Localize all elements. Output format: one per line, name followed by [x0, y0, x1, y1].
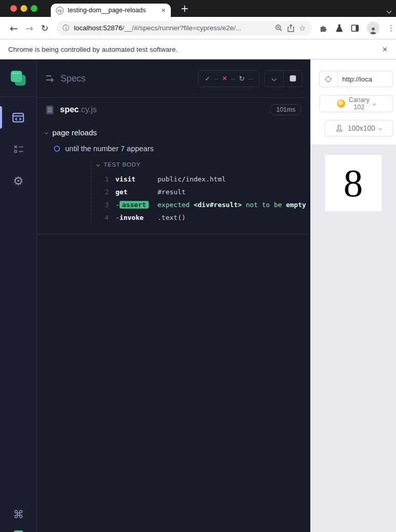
assert-message: expected <div#result> not to be empty — [157, 201, 306, 209]
browser-selector[interactable]: Canary102 — [320, 95, 393, 112]
cypress-logo-block[interactable] — [0, 59, 36, 97]
minimize-window-light[interactable] — [21, 5, 27, 12]
close-window-light[interactable] — [10, 5, 17, 12]
browser-name: Canary102 — [349, 96, 369, 111]
suite-title: page reloads — [52, 128, 97, 137]
automation-infobar: Chrome is being controlled by automated … — [0, 39, 396, 59]
command-row[interactable]: 2 get #result — [91, 186, 310, 198]
cypress-sidebar: ⚙ ⌘ — [0, 59, 37, 532]
failed-count: -- — [231, 75, 235, 83]
selector-playground-icon[interactable] — [320, 75, 337, 83]
log-divider — [37, 234, 310, 234]
url-host: localhost:52876 — [74, 24, 123, 32]
aut-panel: http://loca Canary102 100x100 — [310, 59, 396, 532]
browser-toolbar: ← → ↻ ⓘ localhost:52876/__/#/specs/runne… — [0, 17, 396, 39]
command-row-assert[interactable]: 3 -assert expected <div#result> not to b… — [91, 198, 310, 211]
forward-icon[interactable]: → — [22, 23, 37, 34]
sidebar-item-specs[interactable] — [0, 105, 37, 130]
failed-icon: ✕ — [222, 75, 227, 82]
address-bar[interactable]: ⓘ localhost:52876/__/#/specs/runner?file… — [56, 21, 312, 35]
test-body-section: TEST BODY 1 visit public/index.html 2 ge… — [91, 161, 310, 225]
aut-url-text: http://loca — [342, 75, 372, 83]
share-icon[interactable] — [287, 24, 294, 32]
sidebar-item-runs[interactable] — [0, 137, 37, 161]
assert-badge: assert — [120, 201, 149, 209]
active-indicator — [0, 106, 2, 129]
command-name: visit — [115, 175, 157, 183]
extensions-puzzle-icon[interactable] — [319, 24, 328, 32]
command-message: #result — [157, 188, 186, 196]
browser-tab[interactable]: cy testing-dom__page-reloads ✕ — [51, 4, 171, 17]
side-panel-icon[interactable] — [351, 24, 359, 32]
command-row[interactable]: 4 -invoke .text() — [91, 211, 310, 224]
cypress-logo — [11, 71, 26, 86]
run-controls — [264, 70, 302, 87]
viewport-dropdown-chevron-icon — [379, 126, 382, 130]
command-message: .text() — [157, 214, 186, 221]
command-name: -invoke — [115, 214, 157, 221]
extensions-area: ⋮ — [319, 22, 395, 34]
command-name: -assert — [115, 201, 157, 209]
aut-header: http://loca Canary102 100x100 — [310, 59, 396, 145]
command-message: public/index.html — [157, 175, 226, 183]
viewport-selector[interactable]: 100x100 — [325, 120, 393, 136]
command-icon: ⌘ — [13, 508, 24, 521]
aut-stage: 8 — [310, 145, 396, 532]
infobar-message: Chrome is being controlled by automated … — [8, 46, 382, 53]
cypress-app: ⚙ ⌘ Specs ✓ -- ✕ -- — [0, 59, 396, 532]
specs-list-toggle-icon[interactable] — [45, 74, 55, 83]
command-row[interactable]: 1 visit public/index.html — [91, 173, 310, 186]
passed-count: -- — [214, 75, 219, 83]
close-tab-icon[interactable]: ✕ — [161, 7, 166, 14]
infobar-close-icon[interactable]: ✕ — [382, 46, 388, 53]
code-window-icon — [12, 111, 25, 124]
test-running-icon — [54, 146, 60, 152]
reload-icon[interactable]: ↻ — [37, 23, 52, 33]
test-title: until the number 7 appears — [65, 145, 154, 153]
viewport-ruler-icon — [336, 125, 344, 132]
tab-search-chevron-icon[interactable] — [387, 6, 391, 15]
maximize-window-light[interactable] — [31, 5, 37, 12]
browser-window: cy testing-dom__page-reloads ✕ + ← → ↻ ⓘ… — [0, 0, 396, 532]
new-tab-button[interactable]: + — [181, 3, 189, 14]
section-label: TEST BODY — [104, 161, 141, 168]
stop-icon — [290, 75, 296, 81]
tab-strip: cy testing-dom__page-reloads ✕ + — [0, 0, 396, 17]
browser-dropdown-chevron-icon — [372, 101, 376, 105]
flask-extension-icon[interactable] — [335, 24, 343, 32]
bookmark-star-icon[interactable]: ☆ — [299, 24, 306, 33]
window-controls — [10, 5, 37, 12]
zoom-icon[interactable] — [275, 24, 283, 32]
pending-count: -- — [248, 75, 253, 83]
aut-iframe[interactable]: 8 — [325, 155, 382, 211]
sidebar-item-settings[interactable]: ⚙ — [0, 169, 37, 193]
keyboard-shortcuts-button[interactable]: ⌘ — [0, 508, 37, 521]
spec-file-icon — [46, 105, 54, 115]
cypress-favicon: cy — [56, 7, 64, 14]
site-info-icon[interactable]: ⓘ — [63, 24, 69, 33]
tab-title: testing-dom__page-reloads — [68, 7, 157, 14]
stop-button[interactable] — [283, 71, 302, 87]
test-row[interactable]: until the number 7 appears — [45, 145, 310, 153]
test-stats: ✓ -- ✕ -- ↻ -- — [198, 70, 260, 87]
pending-icon: ↻ — [239, 74, 245, 83]
back-icon[interactable]: ← — [6, 23, 22, 34]
aut-url-bar[interactable]: http://loca — [319, 71, 393, 87]
section-collapse-chevron-icon — [96, 162, 100, 166]
suite-row[interactable]: page reloads — [45, 128, 310, 137]
menu-dots-icon[interactable]: ⋮ — [387, 24, 395, 33]
spec-file-name: spec.cy.js — [60, 105, 97, 114]
url-path: /__/#/specs/runner?file=cypress/e2e/... — [123, 24, 242, 32]
gear-icon: ⚙ — [13, 174, 24, 188]
test-body-header[interactable]: TEST BODY — [91, 161, 310, 168]
profile-avatar[interactable] — [367, 22, 380, 34]
canary-browser-icon — [337, 99, 345, 108]
url-text: localhost:52876/__/#/specs/runner?file=c… — [74, 24, 270, 32]
collapse-all-button[interactable] — [265, 71, 283, 87]
test-log: page reloads until the number 7 appears … — [37, 128, 310, 234]
spec-file-row[interactable]: spec.cy.js 101ms — [37, 98, 310, 121]
reporter-panel: Specs ✓ -- ✕ -- ↻ -- — [37, 59, 310, 532]
command-name: get — [115, 188, 157, 196]
checklist-icon — [13, 144, 24, 154]
duration-badge: 101ms — [270, 104, 302, 115]
